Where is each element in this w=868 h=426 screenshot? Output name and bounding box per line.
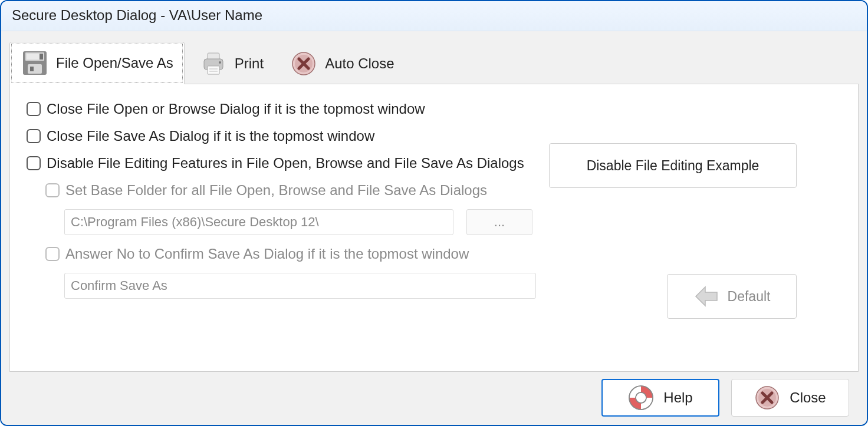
dialog-footer: Help Close bbox=[9, 372, 859, 417]
lifebuoy-icon bbox=[628, 385, 654, 411]
tab-file-open-save-as[interactable]: File Open/Save As bbox=[9, 42, 185, 84]
label-disable-editing: Disable File Editing Features in File Op… bbox=[47, 155, 524, 171]
tab-bar: File Open/Save As Print bbox=[9, 42, 859, 84]
close-circle-icon bbox=[290, 49, 318, 78]
tab-print[interactable]: Print bbox=[188, 42, 275, 84]
help-button[interactable]: Help bbox=[601, 379, 719, 417]
tab-auto-close[interactable]: Auto Close bbox=[278, 42, 405, 84]
arrow-left-icon bbox=[693, 285, 719, 308]
checkbox-close-save-as[interactable] bbox=[27, 129, 41, 143]
window-title: Secure Desktop Dialog - VA\User Name bbox=[1, 1, 867, 31]
label-answer-no-confirm: Answer No to Confirm Save As Dialog if i… bbox=[65, 246, 469, 262]
button-label: Disable File Editing Example bbox=[587, 158, 760, 174]
tab-label: File Open/Save As bbox=[56, 55, 173, 71]
disable-file-editing-example-button[interactable]: Disable File Editing Example bbox=[549, 143, 797, 188]
printer-icon bbox=[199, 49, 228, 78]
label-close-open-browse: Close File Open or Browse Dialog if it i… bbox=[47, 101, 425, 117]
button-label: Close bbox=[790, 389, 826, 406]
checkbox-disable-editing[interactable] bbox=[27, 156, 41, 170]
svg-rect-2 bbox=[27, 54, 40, 60]
label-close-save-as: Close File Save As Dialog if it is the t… bbox=[47, 128, 374, 144]
checkbox-set-base-folder[interactable] bbox=[45, 183, 60, 197]
svg-rect-4 bbox=[28, 64, 42, 74]
checkbox-close-open-browse[interactable] bbox=[27, 102, 41, 116]
label-set-base-folder: Set Base Folder for all File Open, Brows… bbox=[65, 182, 487, 199]
base-folder-input[interactable] bbox=[64, 209, 453, 235]
checkbox-answer-no-confirm[interactable] bbox=[45, 247, 60, 261]
close-button[interactable]: Close bbox=[731, 379, 849, 417]
svg-rect-5 bbox=[30, 67, 34, 71]
button-label: Help bbox=[663, 389, 692, 406]
svg-point-8 bbox=[219, 61, 221, 64]
svg-rect-3 bbox=[40, 54, 43, 60]
default-button[interactable]: Default bbox=[667, 274, 797, 319]
button-label: Default bbox=[728, 289, 771, 305]
browse-button[interactable]: ... bbox=[466, 209, 532, 235]
confirm-caption-input[interactable] bbox=[64, 273, 536, 299]
floppy-disk-icon bbox=[21, 49, 49, 77]
close-circle-icon bbox=[754, 385, 780, 411]
tab-label: Auto Close bbox=[325, 55, 394, 72]
tab-label: Print bbox=[235, 55, 264, 72]
svg-rect-9 bbox=[208, 66, 219, 74]
tab-panel-file: Close File Open or Browse Dialog if it i… bbox=[9, 84, 859, 372]
